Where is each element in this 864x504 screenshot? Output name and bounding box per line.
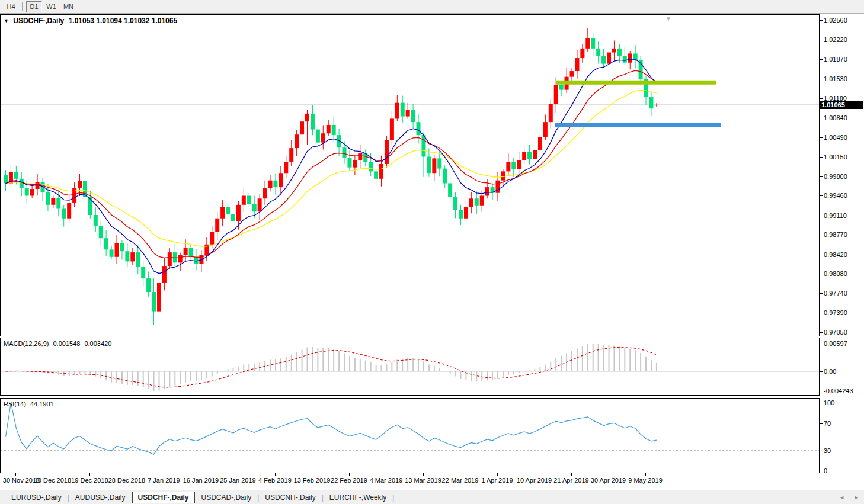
price-axis-label: 0.98420 [824, 251, 847, 258]
price-axis-label: 0.99800 [824, 173, 847, 180]
tab-separator: | [392, 493, 394, 502]
price-axis-label: 1.00490 [824, 134, 847, 141]
date-label: 13 Feb 2019 [294, 477, 331, 484]
ma-fast-line [6, 59, 657, 274]
price-axis-label: 1.01530 [824, 75, 847, 82]
ma-slow-line [6, 90, 657, 246]
dropdown-icon[interactable]: ▼ [4, 18, 9, 24]
tab-eurchf-weekly[interactable]: EURCHF-,Weekly [324, 492, 392, 503]
timeframe-button-mn[interactable]: MN [60, 1, 76, 12]
macd-axis-label: 0.00597 [824, 340, 847, 347]
rsi-axis-label: 30 [824, 447, 831, 454]
tab-separator: | [68, 493, 69, 502]
date-tick [164, 473, 164, 476]
date-tick [609, 473, 609, 476]
date-tick [497, 473, 498, 476]
macd-label: MACD(12,26,9) 0.001548 0.003420 [4, 340, 114, 347]
timeframe-button-d1[interactable]: D1 [26, 1, 42, 12]
tab-usdchf-daily[interactable]: USDCHF-,Daily [132, 492, 195, 503]
date-tick [535, 473, 535, 476]
price-axis-label: 1.00150 [824, 153, 847, 160]
macd-histogram [6, 344, 657, 391]
date-label: 22 Feb 2019 [331, 477, 367, 484]
date-label: 19 Dec 2018 [71, 477, 108, 484]
price-axis-label: 0.98770 [824, 231, 847, 238]
date-label: 30 Apr 2019 [591, 477, 626, 484]
price-axis-label: 0.97050 [824, 329, 847, 336]
date-label: 16 Jan 2019 [183, 477, 219, 484]
rsi-value: 44.1901 [30, 400, 54, 407]
date-tick [127, 473, 127, 476]
tab-separator: | [257, 493, 259, 502]
macd-signal-value: 0.003420 [84, 340, 111, 347]
rsi-name: RSI(14) [4, 400, 26, 407]
chart-shift-marker-icon: ▼ [665, 15, 671, 22]
date-label: 25 Jan 2019 [220, 477, 256, 484]
moving-averages-layer [6, 59, 657, 274]
date-tick [571, 473, 572, 476]
rsi-pane[interactable]: RSI(14) 44.1901 [0, 398, 820, 473]
symbol-title: USDCHF-,Daily [13, 17, 64, 25]
rsi-axis-label: 0 [824, 467, 827, 474]
symbol-tabbar: EURUSD-,Daily | AUDUSD-,Daily USDCHF-,Da… [0, 490, 864, 504]
tab-usdcad-daily[interactable]: USDCAD-,Daily [196, 492, 257, 503]
macd-axis-label: 0.00 [824, 368, 836, 375]
date-tick [238, 473, 238, 476]
timeframe-toolbar: H4 D1 W1 MN [0, 0, 864, 14]
tab-scroll-right-icon[interactable]: ► [854, 495, 859, 500]
date-label: 4 Mar 2019 [370, 477, 403, 484]
date-label: 9 May 2019 [628, 477, 662, 484]
date-label: 7 Jan 2019 [148, 477, 180, 484]
price-axis-label: 1.01870 [824, 56, 847, 63]
price-axis-label: 0.99110 [824, 212, 847, 219]
price-axis-label: 0.99460 [824, 192, 847, 199]
rsi-axis-label: 100 [824, 399, 834, 406]
price-axis-label: 0.97740 [824, 290, 847, 297]
timeframe-button-w1[interactable]: W1 [43, 1, 59, 12]
price-axis-label: 1.02220 [824, 36, 847, 43]
date-tick [15, 473, 16, 476]
macd-pane[interactable]: MACD(12,26,9) 0.001548 0.003420 [0, 338, 820, 396]
tab-separator: | [322, 493, 324, 502]
price-axis[interactable]: 1.025601.022201.018701.015301.011801.008… [820, 14, 864, 336]
date-tick [275, 473, 276, 476]
date-tick [312, 473, 312, 476]
toolbar-separator [22, 2, 23, 11]
macd-canvas[interactable] [1, 338, 819, 395]
tab-eurusd-daily[interactable]: EURUSD-,Daily [6, 492, 67, 503]
price-chart-pane[interactable]: ▼ USDCHF-,Daily 1.01053 1.01094 1.01032 … [0, 14, 820, 336]
date-tick [349, 473, 350, 476]
tab-scroll-left-icon[interactable]: ◄ [839, 495, 844, 500]
macd-axis[interactable]: 0.005970.00-0.004243 [820, 338, 864, 396]
rsi-axis-label: 70 [824, 420, 831, 427]
date-tick [423, 473, 424, 476]
macd-name: MACD(12,26,9) [4, 340, 49, 347]
date-label: 13 Mar 2019 [405, 477, 441, 484]
rsi-label: RSI(14) 44.1901 [4, 400, 56, 407]
date-label: 22 Mar 2019 [442, 477, 479, 484]
date-label: 4 Feb 2019 [258, 477, 292, 484]
macd-axis-label: -0.004243 [824, 387, 853, 394]
ohlc-values: 1.01053 1.01094 1.01032 1.01065 [69, 17, 178, 25]
date-tick [89, 473, 90, 476]
ma-mid-line [6, 70, 657, 258]
tab-usdcnh-daily[interactable]: USDCNH-,Daily [260, 492, 321, 503]
price-chart-canvas[interactable] [1, 15, 819, 336]
price-axis-label: 0.97390 [824, 309, 847, 316]
timeframe-button-h4[interactable]: H4 [3, 1, 19, 12]
date-label: 10 Apr 2019 [517, 477, 552, 484]
rsi-canvas[interactable] [1, 399, 819, 473]
price-axis-label: 1.02560 [824, 17, 847, 24]
date-axis[interactable]: 30 Nov 201810 Dec 201819 Dec 201828 Dec … [0, 473, 820, 489]
price-axis-label: 1.00840 [824, 114, 847, 121]
date-tick [386, 473, 386, 476]
macd-main-value: 0.001548 [53, 340, 80, 347]
rsi-axis[interactable]: 10070300 [820, 398, 864, 473]
price-axis-label: 0.98080 [824, 270, 847, 277]
tab-audusd-daily[interactable]: AUDUSD-,Daily [70, 492, 131, 503]
date-label: 21 Apr 2019 [553, 477, 588, 484]
date-label: 10 Dec 2018 [34, 477, 71, 484]
chart-title: ▼ USDCHF-,Daily 1.01053 1.01094 1.01032 … [4, 17, 180, 25]
date-label: 1 Apr 2019 [481, 477, 513, 484]
date-tick [201, 473, 201, 476]
